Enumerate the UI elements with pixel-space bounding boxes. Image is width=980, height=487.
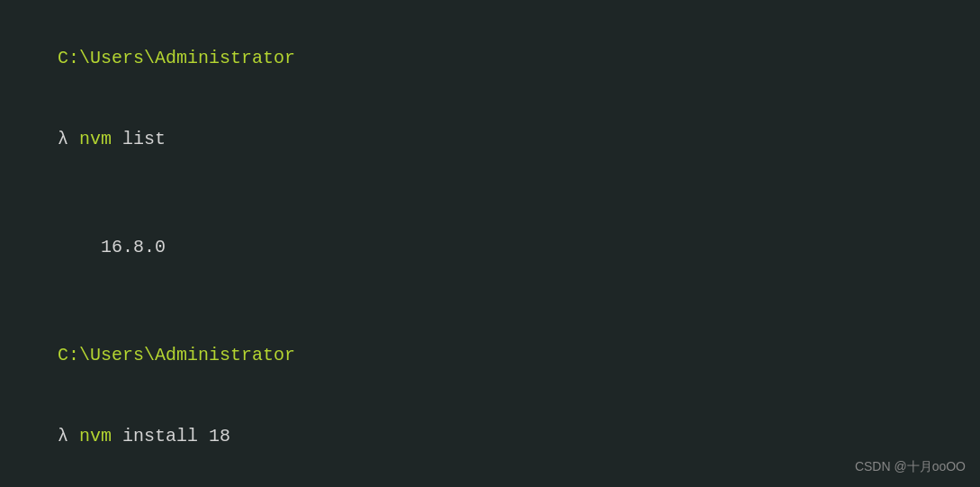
prompt-path-1: C:\Users\Administrator <box>14 18 966 99</box>
nvm-keyword-2: nvm <box>79 426 112 446</box>
empty-line-1 <box>14 180 966 207</box>
command-line-1: λ nvm list <box>14 99 966 180</box>
terminal-window: C:\Users\Administrator λ nvm list 16.8.0… <box>0 0 980 487</box>
prompt-path-2: C:\Users\Administrator <box>14 315 966 396</box>
path-text-2: C:\Users\Administrator <box>58 345 295 365</box>
output-downloading: Downloading node.js version 18.18.2 (64-… <box>14 477 966 487</box>
lambda-symbol-2: λ <box>58 426 79 446</box>
lambda-symbol-1: λ <box>58 129 79 149</box>
output-version: 16.8.0 <box>14 207 966 288</box>
command-line-2: λ nvm install 18 <box>14 396 966 477</box>
empty-line-2 <box>14 288 966 315</box>
nvm-keyword-1: nvm <box>79 129 112 149</box>
cmd-args-1: list <box>112 129 166 149</box>
watermark: CSDN @十月ooOO <box>855 457 966 476</box>
version-text: 16.8.0 <box>58 237 166 257</box>
cmd-args-2: install 18 <box>112 426 230 446</box>
path-text-1: C:\Users\Administrator <box>58 48 295 68</box>
